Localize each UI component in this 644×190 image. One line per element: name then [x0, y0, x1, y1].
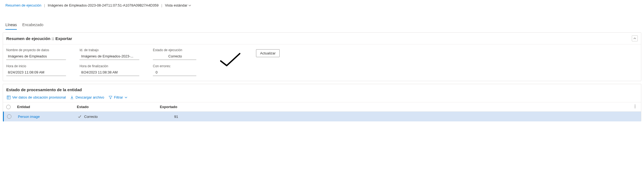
- field-label: Hora de inicio: [6, 64, 66, 68]
- panel-body-summary: Nombre de proyecto de datos Imágenes de …: [3, 44, 641, 81]
- refresh-button[interactable]: Actualizar: [256, 49, 280, 57]
- view-dropdown[interactable]: Vista estándar: [165, 3, 191, 7]
- column-state[interactable]: Estado: [77, 105, 145, 109]
- field-value: Correcto: [153, 53, 196, 60]
- entity-table: Entidad Estado Exportado Person image Co…: [3, 102, 641, 121]
- field-label: Con errores:: [153, 64, 196, 68]
- collapse-button[interactable]: [632, 35, 638, 41]
- breadcrumb-title: Imágenes de Empleados-2023-08-24T11:07:5…: [48, 3, 159, 7]
- tab-header[interactable]: Encabezado: [22, 21, 43, 30]
- field-value: 0: [153, 69, 196, 76]
- filter-button[interactable]: Filtrar: [109, 95, 127, 99]
- select-all-radio[interactable]: [6, 105, 11, 109]
- breadcrumb: Resumen de ejecución | Imágenes de Emple…: [0, 0, 644, 9]
- entity-link[interactable]: Person image: [18, 115, 40, 119]
- tool-label: Ver datos de ubicación provisional: [12, 95, 66, 99]
- breadcrumb-separator: |: [44, 3, 45, 7]
- table-row[interactable]: Person image Correcto 91: [3, 112, 641, 121]
- checkmark-icon: [78, 115, 81, 118]
- field-label: Nombre de proyecto de datos: [6, 48, 66, 52]
- field-value: 8/24/2023 11:08:09 AM: [6, 69, 66, 76]
- panel-header-summary: Resumen de ejecución :: Exportar: [3, 33, 641, 44]
- breadcrumb-separator: |: [161, 3, 162, 7]
- more-vertical-icon: [634, 105, 636, 108]
- field-project-name: Nombre de proyecto de datos Imágenes de …: [6, 48, 66, 60]
- panel-execution-summary: Resumen de ejecución :: Exportar Nombre …: [3, 32, 641, 81]
- field-end-time: Hora de finalización 8/24/2023 11:08:38 …: [80, 64, 139, 76]
- field-value: Imágenes de Empleados: [6, 53, 66, 60]
- select-all-column: [6, 105, 17, 109]
- view-dropdown-label: Vista estándar: [165, 3, 187, 7]
- view-staging-button[interactable]: Ver datos de ubicación provisional: [7, 95, 66, 99]
- tab-lines[interactable]: Líneas: [5, 21, 17, 30]
- row-exported: 91: [146, 115, 189, 119]
- download-icon: [70, 96, 74, 99]
- svg-point-3: [635, 105, 635, 105]
- refresh-button-wrap: Actualizar: [256, 49, 280, 57]
- row-select: [7, 114, 18, 119]
- tool-label: Descargar archivo: [75, 95, 104, 99]
- row-state: Correcto: [84, 115, 98, 119]
- svg-point-4: [635, 106, 635, 107]
- field-start-time: Hora de inicio 8/24/2023 11:08:09 AM: [6, 64, 66, 76]
- download-file-button[interactable]: Descargar archivo: [70, 95, 104, 99]
- panel-title-entity: Estado de procesamiento de la entidad: [3, 84, 641, 92]
- svg-rect-0: [7, 96, 10, 99]
- checkmark-icon: [218, 51, 242, 69]
- panel-title-summary: Resumen de ejecución :: Exportar: [6, 36, 72, 41]
- filter-icon: [109, 96, 112, 99]
- field-value: 8/24/2023 11:08:38 AM: [80, 69, 139, 76]
- chevron-down-icon: [125, 96, 127, 99]
- row-radio[interactable]: [7, 114, 11, 119]
- field-value: Imágenes de Empleados-2023-...: [80, 53, 139, 60]
- field-job-id: Id. de trabajo Imágenes de Empleados-202…: [80, 48, 139, 60]
- column-exported[interactable]: Exportado: [145, 105, 188, 109]
- entity-toolbar: Ver datos de ubicación provisional Desca…: [3, 92, 641, 102]
- tool-label: Filtrar: [114, 95, 123, 99]
- field-execution-status: Estado de ejecución Correcto: [153, 48, 196, 60]
- svg-point-5: [635, 108, 635, 108]
- table-header-row: Entidad Estado Exportado: [3, 102, 641, 112]
- column-entity[interactable]: Entidad: [17, 105, 77, 109]
- panel-entity-status: Estado de procesamiento de la entidad Ve…: [3, 84, 641, 121]
- field-errors: Con errores: 0: [153, 64, 196, 76]
- field-label: Id. de trabajo: [80, 48, 139, 52]
- field-label: Estado de ejecución: [153, 48, 196, 52]
- chevron-down-icon: [188, 4, 191, 7]
- tabs: Líneas Encabezado: [0, 9, 644, 30]
- more-columns-button[interactable]: [634, 105, 636, 109]
- field-label: Hora de finalización: [80, 64, 139, 68]
- table-icon: [7, 96, 11, 99]
- chevron-up-icon: [633, 37, 636, 40]
- breadcrumb-link-summary[interactable]: Resumen de ejecución: [5, 3, 41, 7]
